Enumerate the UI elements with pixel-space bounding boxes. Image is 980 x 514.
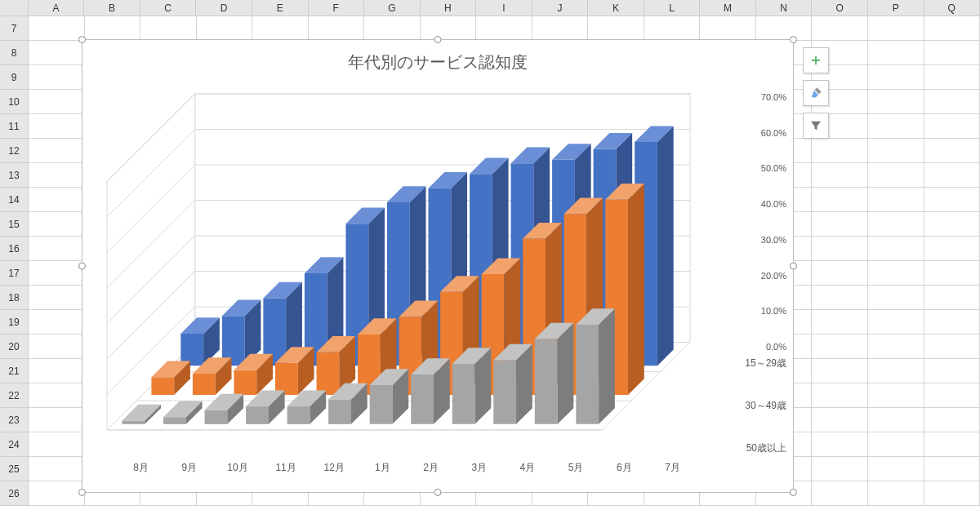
col-header-B[interactable]: B [84,0,140,16]
svg-marker-71 [317,352,340,395]
col-header-I[interactable]: I [476,0,532,16]
chart-object[interactable]: 年代別のサービス認知度 0.0%10.0%20.0%30.0%40.0%50.0… [82,39,794,493]
y-tick: 60.0% [761,128,786,138]
x-tick: 8月 [117,461,165,477]
svg-marker-125 [535,339,558,423]
svg-marker-62 [193,374,216,395]
svg-marker-107 [287,406,310,424]
y-tick: 50.0% [761,163,786,173]
x-tick: 10月 [213,461,261,477]
column-headers: ABCDEFGHIJKLMNOPQ [0,0,980,16]
row-header-7[interactable]: 7 [0,16,29,41]
chart-elements-button[interactable] [803,47,829,73]
row-header-18[interactable]: 18 [0,286,29,310]
x-tick: 3月 [455,461,503,477]
x-tick: 5月 [552,461,600,477]
row-header-13[interactable]: 13 [0,163,29,188]
resize-handle-s[interactable] [434,489,442,496]
col-header-E[interactable]: E [252,0,309,16]
funnel-icon [808,118,823,133]
row-header-14[interactable]: 14 [0,188,29,212]
col-header-G[interactable]: G [364,0,421,16]
col-header-L[interactable]: L [644,0,701,16]
col-header-C[interactable]: C [140,0,197,16]
resize-handle-sw[interactable] [78,489,86,496]
y-tick: 40.0% [761,199,786,209]
y-tick: 70.0% [761,92,786,102]
y-tick: 0.0% [766,342,786,352]
resize-handle-nw[interactable] [78,36,86,43]
row-header-20[interactable]: 20 [0,335,29,359]
resize-handle-se[interactable] [790,489,797,496]
row-header-21[interactable]: 21 [0,359,29,383]
svg-marker-126 [558,323,574,424]
y-tick: 10.0% [761,306,786,316]
row-header-8[interactable]: 8 [0,41,29,65]
row-header-22[interactable]: 22 [0,383,29,408]
col-header-A[interactable]: A [29,0,85,16]
col-header-O[interactable]: O [812,0,868,16]
col-header-M[interactable]: M [700,0,756,16]
resize-handle-w[interactable] [78,263,86,270]
col-header-H[interactable]: H [421,0,477,16]
chart-filters-button[interactable] [803,113,829,139]
col-header-D[interactable]: D [196,0,252,16]
svg-marker-95 [122,421,145,424]
row-header-26[interactable]: 26 [0,481,29,506]
svg-marker-104 [246,406,269,424]
row-header-10[interactable]: 10 [0,90,29,114]
svg-marker-93 [628,184,644,395]
row-header-23[interactable]: 23 [0,408,29,432]
row-header-12[interactable]: 12 [0,139,29,163]
series-label: 50歳以上 [746,443,786,453]
col-header-K[interactable]: K [588,0,644,16]
row-header-25[interactable]: 25 [0,457,29,481]
row-header-17[interactable]: 17 [0,261,29,286]
svg-marker-116 [411,374,434,424]
chart-title[interactable]: 年代別のサービス認知度 [82,40,793,73]
x-tick: 9月 [165,461,213,477]
x-tick: 11月 [262,461,310,477]
svg-marker-23 [180,334,203,366]
x-tick: 12月 [310,461,359,477]
row-header-24[interactable]: 24 [0,432,29,457]
svg-marker-119 [452,364,475,424]
svg-marker-128 [576,325,599,424]
row-header-11[interactable]: 11 [0,114,29,139]
col-header-J[interactable]: J [532,0,589,16]
col-header-Q[interactable]: Q [924,0,980,16]
resize-handle-n[interactable] [434,36,442,43]
x-tick: 4月 [503,461,551,477]
paintbrush-icon [808,86,823,100]
resize-handle-e[interactable] [790,263,797,270]
row-header-9[interactable]: 9 [0,65,29,90]
svg-marker-68 [275,363,298,395]
row-header-19[interactable]: 19 [0,310,29,335]
col-header-P[interactable]: P [868,0,924,16]
col-header-F[interactable]: F [309,0,365,16]
x-axis-labels: 8月9月10月11月12月1月2月3月4月5月6月7月 [100,461,697,477]
y-tick: 30.0% [761,235,786,245]
resize-handle-ne[interactable] [790,36,797,43]
chart-plot-area[interactable] [100,87,697,435]
svg-marker-113 [370,385,393,424]
svg-marker-57 [657,126,674,366]
svg-marker-101 [205,410,228,423]
row-headers: 7891011121314151617181920212223242526 [0,0,29,514]
x-tick: 6月 [600,461,648,477]
chart-side-buttons [803,47,829,139]
x-tick: 2月 [407,461,455,477]
svg-marker-110 [328,399,351,423]
x-tick: 1月 [359,461,407,477]
series-label: 30～49歳 [745,401,786,410]
x-tick: 7月 [648,461,697,477]
plus-icon [808,53,823,68]
y-tick: 20.0% [761,271,786,281]
svg-marker-65 [234,370,256,395]
row-header-16[interactable]: 16 [0,237,29,261]
series-label: 15～29歳 [745,358,786,368]
row-header-15[interactable]: 15 [0,212,29,237]
svg-marker-98 [163,417,186,424]
col-header-N[interactable]: N [756,0,813,16]
chart-styles-button[interactable] [803,80,829,106]
